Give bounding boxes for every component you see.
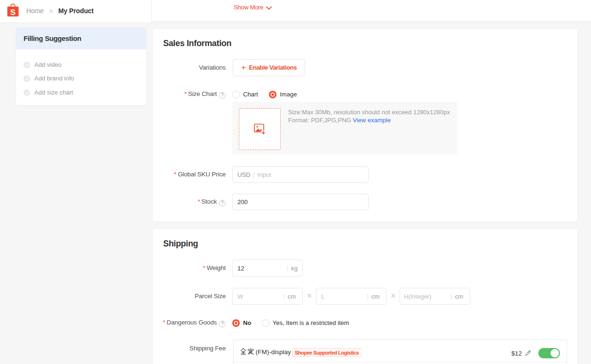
svg-text:S: S: [10, 8, 16, 17]
